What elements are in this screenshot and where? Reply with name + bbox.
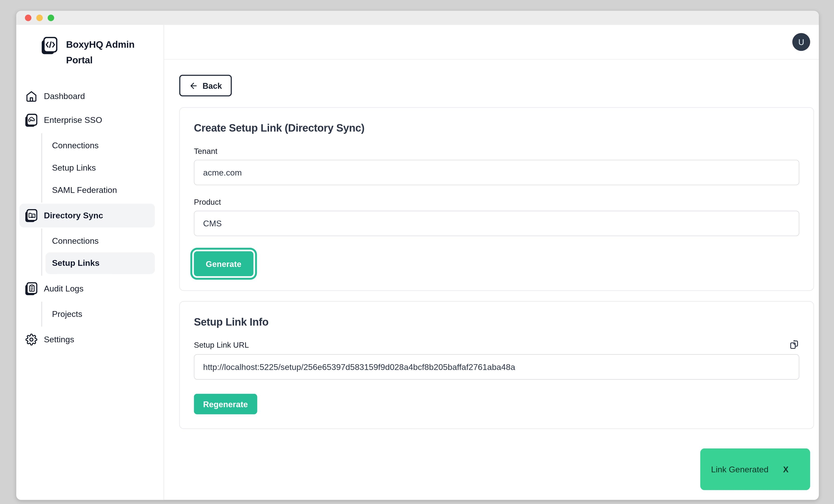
copy-icon	[789, 339, 799, 350]
sidebar-item-sso-setup-links[interactable]: Setup Links	[45, 157, 155, 179]
main-area: U Back Create Setup Link (Directory Sy	[164, 25, 819, 500]
sidebar-item-label: Directory Sync	[44, 211, 103, 221]
user-avatar[interactable]: U	[792, 33, 810, 51]
sidebar-item-sso-connections[interactable]: Connections	[45, 135, 155, 157]
directory-sync-icon	[25, 209, 38, 222]
enterprise-sso-icon	[25, 113, 38, 127]
sidebar-item-label: Audit Logs	[44, 284, 84, 294]
gear-icon	[25, 333, 38, 346]
audit-logs-icon	[25, 282, 38, 295]
sidebar-item-dsync-connections[interactable]: Connections	[45, 230, 155, 252]
enterprise-sso-subnav: Connections Setup Links SAML Federation	[41, 133, 155, 202]
sidebar-item-label: Setup Links	[52, 258, 100, 268]
sidebar-item-label: Setup Links	[52, 163, 96, 173]
directory-sync-subnav: Connections Setup Links	[41, 228, 155, 276]
traffic-light-close[interactable]	[25, 15, 31, 21]
sidebar-item-label: Settings	[44, 335, 74, 345]
setup-link-info-card: Setup Link Info Setup Link URL	[179, 301, 814, 429]
sidebar-item-directory-sync[interactable]: Directory Sync	[19, 204, 155, 227]
sidebar-item-label: SAML Federation	[52, 185, 117, 195]
create-setup-link-card: Create Setup Link (Directory Sync) Tenan…	[179, 107, 814, 291]
traffic-light-minimize[interactable]	[36, 15, 43, 21]
tenant-input[interactable]	[194, 160, 799, 185]
generate-button[interactable]: Generate	[194, 251, 253, 276]
audit-logs-subnav: Projects	[41, 302, 155, 327]
window-titlebar	[16, 11, 819, 25]
app-title: BoxyHQ Admin Portal	[66, 37, 155, 68]
sidebar-item-saml-federation[interactable]: SAML Federation	[45, 179, 155, 201]
sidebar-item-label: Connections	[52, 141, 98, 151]
sidebar-item-settings[interactable]: Settings	[19, 328, 155, 351]
card-title: Setup Link Info	[194, 316, 799, 328]
browser-window: BoxyHQ Admin Portal Dashboard	[16, 11, 819, 500]
boxyhq-logo-icon	[41, 37, 58, 55]
sidebar-nav: Dashboard Enterprise SSO	[16, 68, 164, 351]
setup-link-url-label: Setup Link URL	[194, 340, 249, 349]
product-label: Product	[194, 198, 799, 206]
tenant-label: Tenant	[194, 147, 799, 155]
sidebar-item-projects[interactable]: Projects	[45, 303, 155, 325]
traffic-light-zoom[interactable]	[48, 15, 54, 21]
sidebar-item-enterprise-sso[interactable]: Enterprise SSO	[19, 108, 155, 132]
back-button[interactable]: Back	[179, 75, 232, 96]
sidebar-item-dashboard[interactable]: Dashboard	[19, 85, 155, 108]
screen: BoxyHQ Admin Portal Dashboard	[0, 0, 834, 504]
setup-link-url-input[interactable]	[194, 354, 799, 379]
sidebar-item-dsync-setup-links[interactable]: Setup Links	[45, 253, 155, 274]
copy-button[interactable]	[789, 339, 799, 350]
sidebar: BoxyHQ Admin Portal Dashboard	[16, 25, 164, 500]
sidebar-item-label: Projects	[52, 309, 82, 319]
card-title: Create Setup Link (Directory Sync)	[194, 122, 799, 134]
top-header: U	[164, 25, 819, 60]
home-icon	[25, 90, 38, 103]
sidebar-item-label: Enterprise SSO	[44, 115, 102, 125]
toast-message: Link Generated	[711, 464, 768, 474]
toast-close-button[interactable]: X	[783, 465, 789, 474]
brand[interactable]: BoxyHQ Admin Portal	[16, 25, 164, 68]
arrow-left-icon	[189, 81, 198, 90]
product-input[interactable]	[194, 211, 799, 236]
regenerate-button[interactable]: Regenerate	[194, 394, 257, 414]
back-button-label: Back	[202, 81, 222, 90]
page-content: Back Create Setup Link (Directory Sync) …	[164, 60, 819, 500]
sidebar-item-label: Dashboard	[44, 91, 85, 101]
url-label-row: Setup Link URL	[194, 339, 799, 350]
toast-link-generated: Link Generated X	[700, 448, 810, 490]
sidebar-item-label: Connections	[52, 236, 98, 246]
sidebar-item-audit-logs[interactable]: Audit Logs	[19, 277, 155, 301]
